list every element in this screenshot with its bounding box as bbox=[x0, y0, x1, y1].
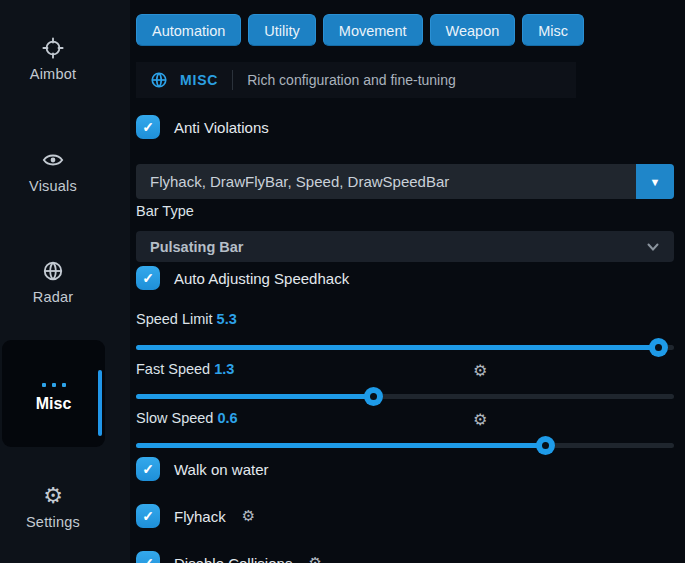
sidebar-item-misc-active[interactable]: Misc bbox=[2, 340, 105, 447]
divider bbox=[232, 70, 233, 90]
auto-adjusting-checkbox[interactable]: ✓ bbox=[136, 266, 160, 290]
auto-adjusting-row: ✓ Auto Adjusting Speedhack bbox=[136, 266, 349, 290]
tab-weapon[interactable]: Weapon bbox=[430, 14, 516, 46]
anti-violations-checkbox[interactable]: ✓ bbox=[136, 115, 160, 139]
sidebar-item-settings[interactable]: ⚙ Settings bbox=[0, 485, 106, 531]
gear-icon[interactable]: ⚙ bbox=[473, 410, 487, 429]
speed-limit-value: 5.3 bbox=[217, 311, 237, 327]
sidebar-item-visuals[interactable]: Visuals bbox=[0, 149, 106, 195]
bar-type-select[interactable]: Pulsating Bar bbox=[136, 231, 674, 262]
flyhack-row: ✓ Flyhack ⚙ bbox=[136, 504, 255, 528]
disable-collisions-checkbox[interactable]: ✓ bbox=[136, 551, 160, 563]
eye-icon bbox=[42, 149, 64, 171]
section-header: MISC Rich configuration and fine-tuning bbox=[136, 62, 576, 98]
sidebar-item-label: Settings bbox=[26, 514, 80, 530]
sidebar-item-label: Misc bbox=[2, 395, 105, 413]
sidebar-item-label: Visuals bbox=[29, 178, 77, 194]
category-tabs: Automation Utility Movement Weapon Misc bbox=[136, 14, 584, 46]
anti-violations-row: ✓ Anti Violations bbox=[136, 115, 269, 139]
tab-automation[interactable]: Automation bbox=[136, 14, 241, 46]
section-description: Rich configuration and fine-tuning bbox=[247, 72, 456, 88]
bar-type-select-value: Pulsating Bar bbox=[150, 239, 243, 255]
ellipsis-icon bbox=[2, 373, 105, 391]
slow-speed-value: 0.6 bbox=[217, 410, 237, 426]
crosshair-icon bbox=[42, 37, 64, 59]
slider-fill bbox=[136, 443, 545, 448]
speed-limit-label: Speed Limit5.3 bbox=[136, 311, 237, 327]
fast-speed-slider[interactable] bbox=[136, 387, 674, 405]
triangle-down-icon: ▼ bbox=[650, 176, 661, 188]
gear-icon: ⚙ bbox=[42, 485, 64, 507]
sidebar-item-aimbot[interactable]: Aimbot bbox=[0, 37, 106, 83]
violations-multiselect[interactable]: Flyhack, DrawFlyBar, Speed, DrawSpeedBar… bbox=[136, 164, 674, 199]
slow-speed-slider[interactable] bbox=[136, 436, 674, 454]
slider-handle[interactable] bbox=[364, 387, 383, 406]
multiselect-dropdown-button[interactable]: ▼ bbox=[636, 164, 674, 199]
disable-collisions-row: ✓ Disable Collisions ⚙ bbox=[136, 551, 322, 563]
violations-multiselect-value: Flyhack, DrawFlyBar, Speed, DrawSpeedBar bbox=[136, 173, 636, 190]
slider-fill bbox=[136, 345, 658, 350]
gear-icon[interactable]: ⚙ bbox=[473, 361, 487, 380]
sidebar-item-label: Aimbot bbox=[30, 66, 76, 82]
speed-limit-slider[interactable] bbox=[136, 338, 674, 356]
tab-misc[interactable]: Misc bbox=[522, 14, 584, 46]
sidebar: Aimbot Visuals Radar bbox=[0, 0, 130, 563]
walk-on-water-row: ✓ Walk on water bbox=[136, 457, 268, 481]
cheat-menu-window: Aimbot Visuals Radar bbox=[0, 0, 685, 563]
walk-on-water-checkbox[interactable]: ✓ bbox=[136, 457, 160, 481]
sidebar-item-label: Radar bbox=[33, 289, 74, 305]
slow-speed-label: Slow Speed0.6 bbox=[136, 410, 238, 426]
globe-icon bbox=[42, 260, 64, 282]
sidebar-item-radar[interactable]: Radar bbox=[0, 260, 106, 306]
section-title: MISC bbox=[180, 72, 218, 88]
auto-adjusting-label: Auto Adjusting Speedhack bbox=[174, 270, 349, 287]
active-indicator-bar bbox=[98, 370, 102, 436]
fast-speed-label: Fast Speed1.3 bbox=[136, 361, 234, 377]
flyhack-label: Flyhack bbox=[174, 508, 226, 525]
gear-icon[interactable]: ⚙ bbox=[308, 554, 321, 563]
slider-handle[interactable] bbox=[536, 436, 555, 455]
globe-icon bbox=[150, 71, 168, 89]
chevron-down-icon bbox=[646, 240, 660, 254]
disable-collisions-label: Disable Collisions bbox=[174, 555, 292, 563]
tab-movement[interactable]: Movement bbox=[323, 14, 423, 46]
bar-type-label: Bar Type bbox=[136, 203, 194, 219]
fast-speed-value: 1.3 bbox=[214, 361, 234, 377]
gear-icon[interactable]: ⚙ bbox=[242, 507, 255, 525]
slider-fill bbox=[136, 394, 373, 399]
walk-on-water-label: Walk on water bbox=[174, 461, 268, 478]
tab-utility[interactable]: Utility bbox=[248, 14, 315, 46]
slider-handle[interactable] bbox=[649, 338, 668, 357]
anti-violations-label: Anti Violations bbox=[174, 119, 269, 136]
flyhack-checkbox[interactable]: ✓ bbox=[136, 504, 160, 528]
